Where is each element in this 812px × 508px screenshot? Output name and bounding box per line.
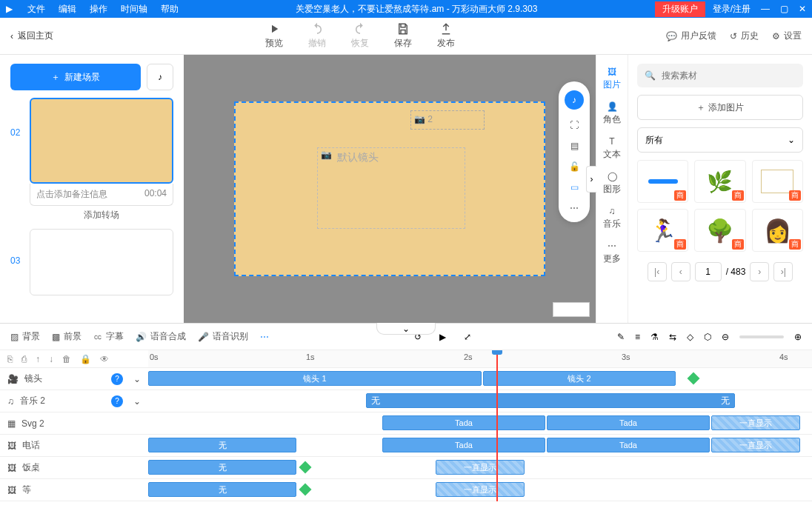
tl-bg-button[interactable]: ▨背景 [10, 330, 40, 343]
asset-item[interactable]: 商 [752, 160, 803, 203]
tl-down-icon[interactable]: ↓ [49, 354, 53, 364]
keyframe-icon[interactable] [299, 461, 312, 474]
menu-file[interactable]: 文件 [27, 3, 45, 16]
close-icon[interactable]: ✕ [799, 4, 806, 14]
asset-filter-select[interactable]: 所有⌄ [637, 127, 803, 153]
maximize-icon[interactable]: ▢ [780, 4, 788, 14]
tl-zoom-in-button[interactable]: ⊕ [794, 332, 802, 342]
clip-table-none[interactable]: 无 [148, 460, 296, 475]
history-button[interactable]: ↺历史 [730, 30, 759, 42]
page-next-button[interactable]: › [750, 262, 769, 281]
clip-svg-tada[interactable]: Tada [382, 415, 545, 430]
timeline-collapse-button[interactable]: ⌄ [376, 323, 436, 335]
track-lane[interactable]: 无 Tada Tada 一直显示 [148, 435, 812, 457]
clip-phone-tada[interactable]: Tada [382, 438, 545, 452]
canvas-tool-music[interactable]: ♪ [565, 90, 584, 110]
track-lane[interactable]: 无 一直显示 [148, 457, 812, 479]
login-button[interactable]: 登录/注册 [713, 3, 751, 16]
tl-fullscreen-button[interactable]: ⤢ [464, 332, 471, 342]
page-input[interactable] [695, 262, 722, 281]
canvas-stage[interactable]: 📷 2 📷 默认镜头 [234, 101, 545, 276]
asset-item[interactable]: 👩商 [752, 209, 803, 252]
page-first-button[interactable]: |‹ [648, 262, 667, 281]
clip-phone-always[interactable]: 一直显示 [711, 438, 800, 452]
track-header-music[interactable]: ♫音乐 2?⌄ [0, 390, 148, 412]
clip-music[interactable]: 无 无 [366, 393, 735, 408]
tl-marker-icon[interactable]: ⬡ [704, 332, 711, 342]
clip-svg-tada[interactable]: Tada [547, 415, 710, 430]
help-icon[interactable]: ? [111, 395, 123, 407]
clip-svg-always[interactable]: 一直显示 [711, 415, 800, 430]
canvas-tool-layers[interactable]: ▤ [570, 141, 579, 151]
save-button[interactable]: 保存 [394, 22, 412, 50]
tl-zoom-slider[interactable] [739, 335, 784, 338]
tl-subtitle-button[interactable]: ㏄字幕 [93, 330, 124, 343]
canvas-tool-focus[interactable]: ⛶ [570, 120, 579, 130]
clip-camera-2[interactable]: 镜头 2 [483, 371, 676, 386]
clip-phone-none[interactable]: 无 [148, 438, 296, 452]
tl-delete-icon[interactable]: 🗑 [62, 354, 71, 364]
help-icon[interactable]: ? [111, 373, 123, 385]
track-header-camera[interactable]: 🎥镜头?⌄ [0, 368, 148, 390]
new-scene-button[interactable]: ＋新建场景 [10, 64, 141, 90]
chevron-down-icon[interactable]: ⌄ [133, 374, 141, 384]
menu-help[interactable]: 帮助 [161, 3, 179, 16]
tl-edit-icon[interactable]: ✎ [617, 332, 625, 342]
add-transition-button[interactable]: 添加转场 [30, 209, 173, 221]
tl-more-icon[interactable]: ⋯ [260, 332, 269, 342]
tl-settings-icon[interactable]: ⇆ [669, 332, 676, 342]
cat-role[interactable]: 👤角色 [596, 98, 628, 129]
asset-search[interactable]: 🔍 [637, 64, 803, 87]
page-last-button[interactable]: ›| [773, 262, 793, 281]
chevron-down-icon[interactable]: ⌄ [133, 396, 141, 407]
tl-up-icon[interactable]: ↑ [36, 354, 40, 364]
track-header-etc[interactable]: 🖼等 [0, 479, 148, 501]
tl-add-icon[interactable]: ⎘ [7, 354, 13, 364]
back-home-button[interactable]: ‹ 返回主页 [10, 30, 53, 42]
asset-item[interactable]: 商 [637, 160, 688, 203]
canvas-tool-screen[interactable]: ▭ [570, 182, 579, 193]
clip-phone-tada[interactable]: Tada [547, 438, 710, 452]
tl-asr-button[interactable]: 🎤语音识别 [198, 330, 248, 343]
search-input[interactable] [662, 70, 796, 81]
menu-action[interactable]: 操作 [90, 3, 107, 16]
canvas-tool-lock[interactable]: 🔓 [569, 161, 580, 172]
cat-shape[interactable]: ◯图形 [596, 168, 628, 198]
redo-button[interactable]: 恢复 [351, 22, 369, 50]
cat-text[interactable]: T文本 [596, 133, 628, 164]
asset-item[interactable]: 🏃‍♀️商 [637, 209, 688, 252]
keyframe-icon[interactable] [299, 484, 312, 496]
asset-item[interactable]: 🌳商 [694, 209, 745, 252]
track-lane[interactable]: 无 一直显示 [148, 479, 812, 501]
canvas-tool-more[interactable]: ⋯ [570, 203, 579, 213]
asset-item[interactable]: 🌿商 [694, 160, 745, 203]
expand-panel-button[interactable]: › [586, 166, 596, 193]
tl-keyframe-icon[interactable]: ◇ [687, 332, 693, 342]
scene-note[interactable]: 点击添加备注信息 [36, 188, 107, 201]
track-header-phone[interactable]: 🖼电话 [0, 435, 148, 457]
track-lane[interactable]: 无 无 [148, 390, 812, 412]
preview-button[interactable]: 预览 [265, 22, 283, 50]
feedback-button[interactable]: 💬用户反馈 [666, 30, 716, 42]
clip-table-always[interactable]: 一直显示 [436, 460, 525, 475]
track-header-svg[interactable]: ▦Svg 2 [0, 412, 148, 435]
timeline-ruler[interactable]: 0s 1s 2s 3s 4s [148, 350, 812, 368]
tl-folder-icon[interactable]: ⎙ [21, 354, 27, 364]
minimize-icon[interactable]: — [761, 4, 770, 14]
publish-button[interactable]: 发布 [437, 22, 455, 50]
tl-filter-icon[interactable]: ⚗ [650, 332, 659, 342]
clip-etc-always[interactable]: 一直显示 [436, 482, 525, 497]
timeline-playhead[interactable] [496, 350, 498, 501]
clip-camera-1[interactable]: 镜头 1 [148, 371, 482, 386]
track-lane[interactable]: 镜头 1 镜头 2 [148, 368, 812, 390]
cat-music[interactable]: ♫音乐 [596, 203, 628, 233]
clip-etc-none[interactable]: 无 [148, 482, 296, 497]
menu-edit[interactable]: 编辑 [59, 3, 76, 16]
tl-fg-button[interactable]: ▩前景 [52, 330, 81, 343]
keyframe-icon[interactable] [688, 372, 700, 385]
cat-image[interactable]: 🖼图片 [596, 64, 628, 94]
tl-play-button[interactable]: ▶ [439, 332, 446, 342]
camera-2-frame[interactable]: 📷 2 [410, 110, 485, 130]
tl-lock-icon[interactable]: 🔒 [80, 354, 91, 364]
scene-music-button[interactable]: ♪ [147, 64, 173, 90]
